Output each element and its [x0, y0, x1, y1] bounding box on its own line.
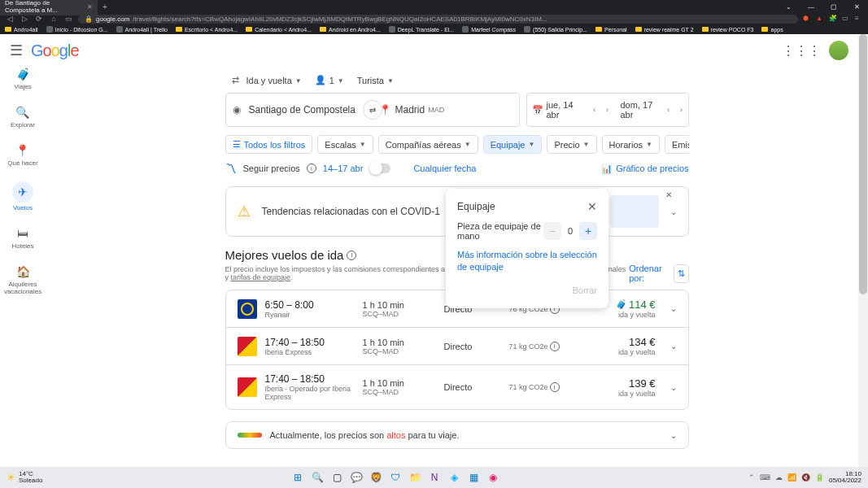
info-icon[interactable]: i	[347, 251, 356, 260]
teams-icon[interactable]: 💬	[348, 469, 364, 486]
flight-row[interactable]: 17:40 – 18:50Iberia · Operado por Iberia…	[226, 365, 688, 409]
sort-by-button[interactable]: Ordenar por:⇅	[629, 264, 688, 283]
price-graph-button[interactable]: 📊Gráfico de precios	[601, 163, 688, 174]
sidebar-item-hoteles[interactable]: 🛏Hoteles	[11, 226, 33, 250]
covid-close-button[interactable]: ✕	[665, 190, 672, 199]
tray-chevron-icon[interactable]: ⌃	[748, 473, 755, 481]
depart-next-button[interactable]: ›	[601, 94, 614, 126]
trello-icon[interactable]: ▦	[465, 469, 482, 486]
browser-tab[interactable]: De Santiago de Compostela a M... ✕	[0, 0, 98, 15]
nav-back-button[interactable]: ◁	[5, 15, 15, 23]
scroll-thumb[interactable]	[859, 34, 867, 294]
google-logo[interactable]: Google	[31, 41, 79, 60]
bookmark-item[interactable]: Andro4all | Trello	[116, 26, 168, 33]
chevron-down-icon[interactable]: ⌄	[670, 207, 677, 216]
class-select[interactable]: Turista▼	[357, 75, 394, 86]
rewards-icon[interactable]: ▭	[842, 15, 850, 23]
swap-locations-button[interactable]: ⇄	[363, 100, 382, 120]
scrollbar[interactable]	[858, 34, 868, 467]
popover-close-button[interactable]: ✕	[587, 200, 597, 213]
nav-home-button[interactable]: ⌂	[49, 15, 59, 23]
decrement-button[interactable]: −	[543, 222, 561, 240]
depart-prev-button[interactable]: ‹	[588, 94, 601, 126]
baggage-fees-link[interactable]: tarifas de equipaje	[231, 273, 291, 281]
new-tab-button[interactable]: +	[103, 2, 107, 11]
tab-close-icon[interactable]: ✕	[87, 3, 93, 11]
nav-device-icon[interactable]: ▭	[63, 15, 73, 23]
filter-emisiones[interactable]: Emisiones▼	[665, 135, 689, 154]
app-icon[interactable]: ◈	[446, 469, 462, 486]
bookmark-item[interactable]: Calendario < Andro4...	[246, 27, 312, 33]
extension-icon[interactable]: ▲	[816, 15, 824, 23]
window-close-button[interactable]: ✕	[845, 0, 868, 13]
chevron-down-icon[interactable]: ⌄	[670, 383, 677, 392]
sidebar-item-explorar[interactable]: 🔍Explorar	[11, 105, 35, 129]
sidebar-item-vuelos[interactable]: ✈Vuelos	[12, 181, 33, 211]
window-maximize-button[interactable]: ▢	[822, 0, 845, 13]
extensions-button[interactable]: 🧩	[829, 15, 837, 23]
filter-all-button[interactable]: ☰Todos los filtros	[225, 135, 313, 154]
window-more-button[interactable]: ⌄	[777, 0, 800, 13]
bookmark-item[interactable]: (550) Salida Princip...	[524, 26, 587, 33]
bookmark-item[interactable]: Escritorio < Andro4...	[176, 27, 238, 33]
depart-date-input[interactable]: 📅jue, 14 abr	[527, 94, 588, 126]
nav-forward-button[interactable]: ▷	[20, 15, 29, 23]
bookmark-item[interactable]: Marfeel Compass	[462, 26, 516, 33]
clock[interactable]: 18:1005/04/2022	[829, 471, 861, 484]
chevron-down-icon[interactable]: ⌄	[670, 431, 677, 440]
info-icon[interactable]: i	[307, 163, 316, 173]
start-button[interactable]: ⊞	[290, 469, 306, 486]
onenote-icon[interactable]: N	[426, 469, 443, 486]
return-date-input[interactable]: dom, 17 abr	[614, 94, 662, 126]
apps-grid-icon[interactable]: ⋮⋮⋮	[782, 43, 821, 59]
trip-type-select[interactable]: ⇄Ida y vuelta▼	[232, 75, 302, 86]
user-avatar[interactable]	[829, 41, 848, 60]
volume-icon[interactable]: 🔇	[801, 473, 810, 481]
weather-widget[interactable]: ☀ 14°CSoleado	[7, 471, 42, 484]
price-banner[interactable]: Actualmente, los precios son altos para …	[225, 421, 689, 449]
filter-companias[interactable]: Compañías aéreas▼	[378, 135, 478, 154]
search-button[interactable]: 🔍	[309, 469, 325, 486]
sidebar-item-que-hacer[interactable]: 📍Qué hacer	[7, 143, 37, 167]
filter-escalas[interactable]: Escalas▼	[317, 135, 373, 154]
return-next-button[interactable]: ›	[675, 94, 688, 126]
track-dates-toggle[interactable]	[369, 163, 390, 173]
chevron-down-icon[interactable]: ⌄	[670, 304, 677, 313]
sidebar-item-viajes[interactable]: 🧳Viajes	[14, 67, 32, 90]
bookmark-item[interactable]: DeepL Translate - El...	[389, 26, 454, 33]
bookmark-item[interactable]: Android en Andro4...	[320, 27, 381, 33]
increment-button[interactable]: +	[579, 222, 597, 240]
filter-horarios[interactable]: Horarios▼	[602, 135, 661, 154]
bookmark-item[interactable]: Personal	[595, 27, 627, 33]
return-prev-button[interactable]: ‹	[662, 94, 675, 126]
info-icon[interactable]: i	[550, 382, 560, 392]
brave-icon[interactable]: 🦁	[368, 469, 384, 486]
brave-shield-icon[interactable]: ⬢	[803, 15, 811, 23]
app-icon[interactable]: ◉	[485, 469, 501, 486]
filter-equipaje[interactable]: Equipaje▼	[483, 135, 543, 154]
sidebar-item-alquileres[interactable]: 🏠Alquileres vacacionales	[0, 264, 46, 295]
language-icon[interactable]: ⌨	[760, 473, 770, 481]
bookmark-item[interactable]: review POCO F3	[702, 27, 754, 33]
security-icon[interactable]: 🛡	[387, 469, 403, 486]
battery-icon[interactable]: 🔋	[815, 473, 824, 481]
menu-button[interactable]: ☰	[10, 41, 23, 59]
clear-button[interactable]: Borrar	[572, 285, 597, 295]
bookmark-item[interactable]: Andro4all	[5, 27, 38, 33]
nav-reload-button[interactable]: ⟳	[34, 15, 44, 23]
bookmark-item[interactable]: Inicio - Difoosion G...	[46, 26, 108, 33]
onedrive-icon[interactable]: ☁	[775, 473, 783, 481]
explorer-icon[interactable]: 📁	[407, 469, 423, 486]
browser-menu-button[interactable]: ≡	[855, 15, 863, 23]
origin-input[interactable]: ◉Santiago de Compostela	[226, 94, 373, 126]
flight-row[interactable]: 17:40 – 18:50Iberia Express 1 h 10 minSC…	[226, 328, 688, 365]
bookmark-item[interactable]: apps	[761, 27, 783, 33]
url-bar[interactable]: 🔒 google.com/travel/flights/search?tfs=C…	[78, 15, 798, 24]
bookmark-item[interactable]: review realme GT 2	[635, 27, 694, 33]
window-minimize-button[interactable]: —	[800, 0, 822, 13]
wifi-icon[interactable]: 📶	[787, 473, 796, 481]
baggage-info-link[interactable]: Más información sobre la selección de eq…	[457, 249, 597, 274]
filter-precio[interactable]: Precio▼	[547, 135, 596, 154]
passengers-select[interactable]: 👤1▼	[315, 75, 344, 86]
chevron-down-icon[interactable]: ⌄	[670, 342, 677, 351]
